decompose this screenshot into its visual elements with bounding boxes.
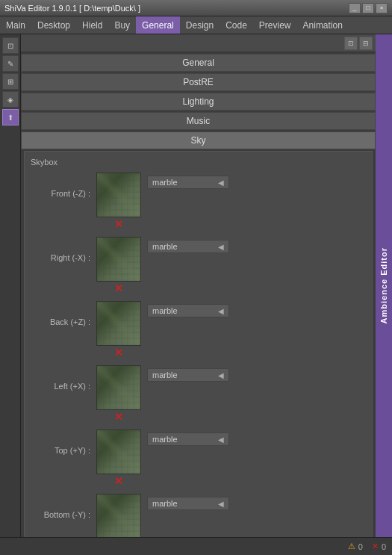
sidebar-icon-0[interactable]: ⊡ — [2, 37, 19, 54]
skybox-delete-front[interactable]: ✕ — [114, 219, 123, 229]
menu-code[interactable]: Code — [220, 16, 253, 34]
skybox-thumb-col-top: ✕ — [96, 430, 141, 486]
skybox-label-right: Right (-X) : — [31, 237, 90, 262]
section-sky[interactable]: Sky — [21, 131, 376, 149]
skybox-label-bottom: Bottom (-Y) : — [31, 494, 90, 519]
skybox-thumb-col-front: ✕ — [96, 173, 141, 229]
skybox-dropdown-col-left: marble ◀ — [147, 365, 229, 382]
skybox-value-bottom: marble — [152, 499, 178, 508]
dropdown-arrow-left: ◀ — [218, 371, 224, 379]
skybox-value-top: marble — [152, 435, 178, 444]
skybox-thumb-col-bottom: ✕ — [96, 494, 141, 537]
skybox-thumb-top[interactable] — [96, 430, 141, 474]
skybox-thumb-col-back: ✕ — [96, 301, 141, 358]
error-count: 0 — [382, 542, 386, 551]
skybox-delete-left[interactable]: ✕ — [114, 412, 123, 422]
skybox-label-left: Left (+X) : — [31, 365, 90, 391]
skybox-value-right: marble — [152, 242, 178, 251]
section-postre[interactable]: PostRE — [21, 73, 376, 91]
skybox-dropdown-col-top: marble ◀ — [147, 430, 229, 446]
skybox-label-back: Back (+Z) : — [31, 301, 90, 326]
skybox-value-left: marble — [152, 370, 178, 379]
icon-bar-btn-1[interactable]: ⊡ — [344, 37, 358, 50]
content-area: ⊡ ⊟ General PostRE Lighting Music Sky Sk… — [21, 34, 392, 537]
skybox-row-back: Back (+Z) : ✕ marble ◀ — [31, 301, 366, 358]
section-general[interactable]: General — [21, 54, 376, 72]
skybox-title: Skybox — [31, 158, 366, 167]
skybox-row-front: Front (-Z) : ✕ marble ◀ — [31, 173, 366, 229]
skybox-row-right: Right (-X) : ✕ marble ◀ — [31, 237, 366, 294]
status-errors: ✕ 0 — [372, 542, 386, 551]
right-label-text: Ambience Editor — [379, 247, 388, 323]
status-warnings: ⚠ 0 — [348, 542, 363, 551]
skybox-thumb-back[interactable] — [96, 301, 141, 346]
skybox-delete-right[interactable]: ✕ — [114, 283, 123, 294]
skybox-dropdown-right[interactable]: marble ◀ — [147, 240, 229, 253]
skybox-panel: Skybox Front (-Z) : ✕ marble ◀ Right (-X… — [24, 151, 373, 537]
main-layout: ⊡ ✎ ⊞ ◈ ⬆ ⊡ ⊟ General PostRE Lighting Mu… — [0, 34, 392, 537]
window-title: ShiVa Editor 1.9.0.1 [ D:\temp\Duck\ ] — [4, 4, 349, 13]
status-bar: ⚠ 0 ✕ 0 — [0, 537, 392, 555]
icon-bar: ⊡ ⊟ — [21, 34, 376, 52]
skybox-row-bottom: Bottom (-Y) : ✕ marble ◀ — [31, 494, 366, 537]
icon-bar-btn-2[interactable]: ⊟ — [359, 37, 373, 50]
window-controls[interactable]: _ □ × — [349, 3, 388, 13]
menu-design[interactable]: Design — [180, 16, 220, 34]
skybox-thumb-front[interactable] — [96, 173, 141, 217]
error-icon: ✕ — [372, 542, 379, 551]
dropdown-arrow-bottom: ◀ — [218, 500, 224, 508]
menu-animation[interactable]: Animation — [297, 16, 349, 34]
skybox-label-front: Front (-Z) : — [31, 173, 90, 198]
skybox-dropdown-back[interactable]: marble ◀ — [147, 304, 229, 317]
menu-buy[interactable]: Buy — [108, 16, 136, 34]
dropdown-arrow-back: ◀ — [218, 307, 224, 315]
skybox-value-front: marble — [152, 178, 178, 187]
menu-bar: Main Desktop Hield Buy General Design Co… — [0, 16, 392, 34]
dropdown-arrow-top: ◀ — [218, 435, 224, 444]
dropdown-arrow-right: ◀ — [218, 243, 224, 251]
left-sidebar: ⊡ ✎ ⊞ ◈ ⬆ — [0, 34, 21, 537]
skybox-delete-back[interactable]: ✕ — [114, 347, 123, 358]
skybox-value-back: marble — [152, 306, 178, 315]
menu-preview[interactable]: Preview — [253, 16, 297, 34]
title-bar: ShiVa Editor 1.9.0.1 [ D:\temp\Duck\ ] _… — [0, 0, 392, 16]
minimize-button[interactable]: _ — [349, 3, 361, 13]
skybox-dropdown-bottom[interactable]: marble ◀ — [147, 497, 229, 510]
menu-general[interactable]: General — [136, 16, 180, 34]
sidebar-icon-1[interactable]: ✎ — [2, 55, 19, 72]
skybox-dropdown-front[interactable]: marble ◀ — [147, 176, 229, 189]
sidebar-icon-3[interactable]: ◈ — [2, 91, 19, 108]
skybox-thumb-bottom[interactable] — [96, 494, 141, 537]
skybox-dropdown-left[interactable]: marble ◀ — [147, 368, 229, 382]
skybox-label-top: Top (+Y) : — [31, 430, 90, 455]
dropdown-arrow-front: ◀ — [218, 179, 224, 187]
skybox-dropdown-col-front: marble ◀ — [147, 173, 229, 189]
skybox-dropdown-col-back: marble ◀ — [147, 301, 229, 317]
menu-main[interactable]: Main — [0, 16, 31, 34]
menu-desktop[interactable]: Desktop — [31, 16, 76, 34]
skybox-thumb-right[interactable] — [96, 237, 141, 282]
skybox-thumb-left[interactable] — [96, 365, 141, 410]
maximize-button[interactable]: □ — [362, 3, 374, 13]
warning-icon: ⚠ — [348, 542, 355, 551]
skybox-delete-top[interactable]: ✕ — [114, 476, 123, 486]
section-music[interactable]: Music — [21, 112, 376, 130]
close-button[interactable]: × — [376, 3, 388, 13]
skybox-thumb-col-right: ✕ — [96, 237, 141, 294]
skybox-dropdown-col-right: marble ◀ — [147, 237, 229, 253]
right-label-panel: Ambience Editor — [376, 34, 392, 537]
skybox-row-left: Left (+X) : ✕ marble ◀ — [31, 365, 366, 422]
skybox-dropdown-top[interactable]: marble ◀ — [147, 432, 229, 446]
section-lighting[interactable]: Lighting — [21, 93, 376, 111]
skybox-row-top: Top (+Y) : ✕ marble ◀ — [31, 430, 366, 486]
warning-count: 0 — [358, 542, 363, 551]
menu-hield[interactable]: Hield — [76, 16, 108, 34]
sidebar-icon-2[interactable]: ⊞ — [2, 73, 19, 90]
skybox-dropdown-col-bottom: marble ◀ — [147, 494, 229, 510]
skybox-thumb-col-left: ✕ — [96, 365, 141, 422]
sidebar-icon-4[interactable]: ⬆ — [2, 109, 19, 125]
